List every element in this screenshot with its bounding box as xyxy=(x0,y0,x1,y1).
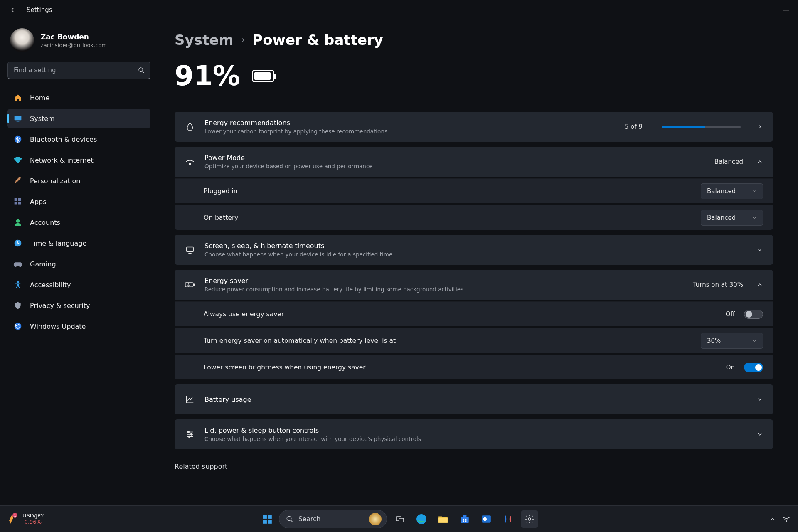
svg-point-0 xyxy=(139,68,143,71)
app-title: Settings xyxy=(27,6,52,14)
system-tray-chevron-icon[interactable] xyxy=(770,516,776,522)
sidebar-item-privacy[interactable]: Privacy & security xyxy=(7,296,150,315)
search-highlight-icon xyxy=(369,513,382,525)
breadcrumb-parent[interactable]: System xyxy=(175,32,234,48)
row-auto-energy-saver: Turn energy saver on automatically when … xyxy=(175,328,773,353)
taskbar-app-taskview[interactable] xyxy=(391,510,409,528)
toggle-lower-brightness[interactable] xyxy=(744,363,763,372)
card-timeouts[interactable]: Screen, sleep, & hibernate timeouts Choo… xyxy=(175,235,773,265)
svg-rect-13 xyxy=(187,247,194,252)
accessibility-icon xyxy=(13,280,22,289)
bluetooth-icon xyxy=(13,135,22,144)
search-input[interactable] xyxy=(7,62,150,79)
sidebar-item-gaming[interactable]: Gaming xyxy=(7,254,150,273)
card-lid-controls[interactable]: Lid, power & sleep button controls Choos… xyxy=(175,419,773,449)
row-plugged-in: Plugged in Balanced xyxy=(175,178,773,203)
energy-rec-progress xyxy=(662,126,741,128)
svg-rect-1 xyxy=(15,116,22,120)
user-block[interactable]: Zac Bowden zacinsider@outlook.com xyxy=(7,25,150,62)
toggle-always-energy-saver[interactable] xyxy=(744,310,763,319)
back-button[interactable] xyxy=(7,5,17,15)
apps-icon xyxy=(13,197,22,206)
chevron-up-icon xyxy=(756,158,763,165)
sidebar-item-update[interactable]: Windows Update xyxy=(7,317,150,336)
screen-timeout-icon xyxy=(185,244,195,255)
dropdown-value: 30% xyxy=(707,337,721,345)
card-title: Battery usage xyxy=(204,396,747,404)
sidebar-item-label: Gaming xyxy=(30,260,56,268)
sidebar-item-time[interactable]: Time & language xyxy=(7,234,150,253)
sidebar-item-label: Accessibility xyxy=(30,281,71,289)
taskbar-app-outlook[interactable] xyxy=(478,510,495,528)
svg-rect-14 xyxy=(185,283,193,287)
sidebar-item-label: Home xyxy=(30,94,49,102)
taskbar: 1 USD/JPY -0.96% Search xyxy=(0,505,798,532)
taskbar-app-copilot[interactable] xyxy=(499,510,517,528)
sidebar-item-home[interactable]: Home xyxy=(7,88,150,107)
sidebar-item-apps[interactable]: Apps xyxy=(7,192,150,211)
chevron-right-icon: › xyxy=(241,34,245,46)
row-label: Plugged in xyxy=(204,187,693,195)
card-subtitle: Choose what happens when you interact wi… xyxy=(204,436,747,442)
taskbar-search[interactable]: Search xyxy=(279,510,387,528)
svg-rect-6 xyxy=(15,202,17,205)
taskbar-app-store[interactable] xyxy=(456,510,473,528)
sidebar-item-bluetooth[interactable]: Bluetooth & devices xyxy=(7,130,150,149)
sliders-icon xyxy=(185,429,195,440)
search-wrap xyxy=(7,62,150,79)
svg-rect-21 xyxy=(263,515,267,519)
card-subtitle: Lower your carbon footprint by applying … xyxy=(204,128,616,135)
card-subtitle: Reduce power consumption and increase ba… xyxy=(204,286,684,293)
taskbar-app-edge[interactable] xyxy=(413,510,430,528)
sidebar-item-accessibility[interactable]: Accessibility xyxy=(7,275,150,294)
svg-text:1: 1 xyxy=(14,514,16,517)
svg-rect-31 xyxy=(463,515,467,517)
energy-saver-value: Turns on at 30% xyxy=(693,281,743,288)
sidebar-item-network[interactable]: Network & internet xyxy=(7,150,150,170)
gaming-icon xyxy=(13,259,22,268)
svg-rect-22 xyxy=(268,515,272,519)
dropdown-value: Balanced xyxy=(707,214,736,222)
card-energy-recommendations[interactable]: Energy recommendations Lower your carbon… xyxy=(175,112,773,142)
card-power-mode[interactable]: Power Mode Optimize your device based on… xyxy=(175,147,773,177)
svg-point-12 xyxy=(189,163,191,165)
sidebar-item-personalization[interactable]: Personalization xyxy=(7,171,150,190)
minimize-button[interactable]: — xyxy=(777,3,795,15)
svg-rect-23 xyxy=(263,520,267,524)
sidebar-item-accounts[interactable]: Accounts xyxy=(7,213,150,232)
system-icon xyxy=(13,114,22,123)
energy-saver-icon xyxy=(185,279,195,290)
dropdown-energy-saver-level[interactable]: 30% xyxy=(701,333,763,349)
dropdown-plugged-in[interactable]: Balanced xyxy=(701,183,763,199)
sidebar-item-system[interactable]: System xyxy=(7,109,150,128)
user-email: zacinsider@outlook.com xyxy=(41,42,107,48)
sidebar-item-label: Time & language xyxy=(30,239,86,247)
svg-point-3 xyxy=(15,136,22,143)
wifi-icon[interactable] xyxy=(782,515,791,523)
card-energy-saver[interactable]: Energy saver Reduce power consumption an… xyxy=(175,270,773,300)
taskbar-app-settings[interactable] xyxy=(521,510,538,528)
sidebar-nav: Home System Bluetooth & devices Network … xyxy=(7,88,150,336)
battery-percentage: 91% xyxy=(175,60,240,92)
svg-rect-2 xyxy=(17,121,20,122)
card-battery-usage[interactable]: Battery usage xyxy=(175,384,773,414)
taskbar-widget[interactable]: 1 USD/JPY -0.96% xyxy=(6,506,44,532)
page-title: Power & battery xyxy=(252,32,383,48)
svg-point-39 xyxy=(786,521,787,522)
energy-rec-count: 5 of 9 xyxy=(625,123,643,131)
leaf-icon xyxy=(185,121,195,132)
search-icon xyxy=(286,515,293,523)
widget-delta: -0.96% xyxy=(22,519,44,525)
chevron-down-icon xyxy=(756,396,763,403)
sidebar-item-label: Apps xyxy=(30,198,47,206)
svg-rect-7 xyxy=(18,202,21,205)
svg-rect-32 xyxy=(463,518,464,520)
chevron-down-icon xyxy=(756,246,763,253)
start-button[interactable] xyxy=(260,512,275,527)
dropdown-on-battery[interactable]: Balanced xyxy=(701,210,763,226)
card-title: Energy saver xyxy=(204,277,684,285)
taskbar-app-explorer[interactable] xyxy=(434,510,452,528)
svg-point-17 xyxy=(191,433,192,435)
svg-rect-34 xyxy=(463,520,464,522)
svg-point-18 xyxy=(188,436,190,438)
